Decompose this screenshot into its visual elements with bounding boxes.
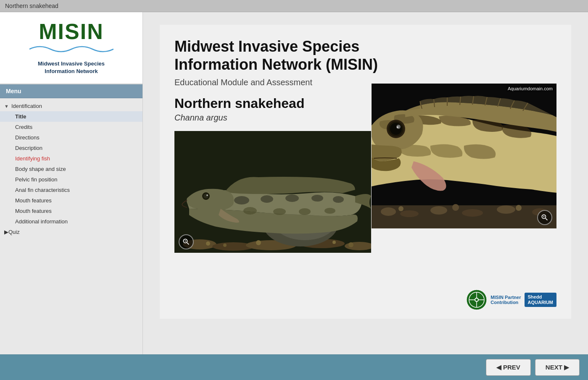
bottom-navigation: ◀ PREV NEXT ▶ xyxy=(0,354,588,380)
svg-point-35 xyxy=(452,204,459,211)
arrow-right-icon: ▶ xyxy=(4,229,8,235)
nav-item-description[interactable]: Description xyxy=(0,143,142,153)
svg-point-24 xyxy=(203,194,208,199)
shedd-aquarium-logo: SheddAQUARIUM xyxy=(525,293,557,307)
svg-point-34 xyxy=(398,206,403,211)
svg-point-20 xyxy=(273,208,286,215)
next-button[interactable]: NEXT ▶ xyxy=(535,359,580,376)
svg-point-10 xyxy=(332,241,336,244)
image-attribution: Aquariumdomain.com xyxy=(506,86,554,92)
partner-badge: MISIN Partner Contribution SheddAQUARIUM xyxy=(466,289,556,310)
svg-point-41 xyxy=(397,126,398,128)
content-area: Midwest Invasive Species Information Net… xyxy=(143,12,588,354)
nav-quiz-header[interactable]: ▶ Quiz xyxy=(0,227,142,237)
svg-point-11 xyxy=(348,242,353,247)
svg-point-8 xyxy=(256,240,261,245)
nav-item-credits[interactable]: Credits xyxy=(0,122,142,132)
sidebar: MISIN Midwest Invasive Species Informati… xyxy=(0,12,143,354)
quiz-label: Quiz xyxy=(8,229,20,235)
svg-point-19 xyxy=(243,207,257,215)
identification-label: Identification xyxy=(11,103,42,109)
nav-item-pelvic-fin[interactable]: Pelvic fin position xyxy=(0,174,142,185)
logo-area: MISIN Midwest Invasive Species Informati… xyxy=(0,12,142,84)
nav-item-identifying-fish[interactable]: Identifying fish xyxy=(0,153,142,164)
misin-logo-text: MISIN xyxy=(8,21,134,42)
nav-item-mouth-features-1[interactable]: Mouth features xyxy=(0,195,142,206)
svg-point-30 xyxy=(430,206,447,215)
top-bar: Northern snakehead xyxy=(0,0,588,12)
main-heading: Midwest Invasive Species Information Net… xyxy=(174,37,427,73)
menu-label: Menu xyxy=(0,84,142,98)
svg-point-21 xyxy=(299,208,311,215)
nav-identification-header[interactable]: ▼ Identification xyxy=(0,101,142,111)
logo-wave-decoration xyxy=(8,44,134,57)
svg-point-29 xyxy=(400,210,419,217)
svg-point-16 xyxy=(285,194,299,202)
partner-text-block: MISIN Partner Contribution xyxy=(490,295,521,305)
main-layout: MISIN Midwest Invasive Species Informati… xyxy=(0,12,588,354)
svg-point-15 xyxy=(261,195,273,203)
logo-subtitle: Midwest Invasive Species Information Net… xyxy=(8,60,134,75)
content-inner: Midwest Invasive Species Information Net… xyxy=(160,25,571,319)
svg-point-36 xyxy=(516,205,522,211)
fish-illustration-1 xyxy=(174,131,371,253)
svg-point-6 xyxy=(206,241,210,246)
window-title: Northern snakehead xyxy=(5,3,58,9)
svg-point-28 xyxy=(381,207,396,216)
svg-point-17 xyxy=(311,195,323,202)
arrow-down-icon: ▼ xyxy=(4,104,9,109)
fish-image-2: Aquariumdomain.com xyxy=(372,84,556,228)
fish-image-1 xyxy=(174,131,371,253)
svg-point-32 xyxy=(497,205,515,214)
prev-button[interactable]: ◀ PREV xyxy=(486,359,531,376)
svg-point-39 xyxy=(390,123,402,135)
nav-item-mouth-features-2[interactable]: Mouth features xyxy=(0,206,142,216)
svg-point-18 xyxy=(333,196,344,203)
svg-point-22 xyxy=(324,208,335,214)
svg-point-25 xyxy=(206,194,208,196)
nav-item-additional-info[interactable]: Additional information xyxy=(0,216,142,227)
nav-item-body-shape[interactable]: Body shape and size xyxy=(0,164,142,174)
nav-item-anal-fin[interactable]: Anal fin characteristics xyxy=(0,185,142,195)
svg-point-47 xyxy=(475,299,478,301)
svg-point-31 xyxy=(462,209,483,217)
svg-point-14 xyxy=(234,196,249,204)
fish-illustration-2 xyxy=(372,84,556,228)
svg-point-7 xyxy=(223,244,227,247)
zoom-button-2[interactable] xyxy=(537,210,552,225)
nav-tree: ▼ Identification Title Credits Direction… xyxy=(0,98,142,354)
misin-circle-logo xyxy=(466,289,487,310)
nav-item-directions[interactable]: Directions xyxy=(0,132,142,143)
nav-item-title[interactable]: Title xyxy=(0,111,142,122)
